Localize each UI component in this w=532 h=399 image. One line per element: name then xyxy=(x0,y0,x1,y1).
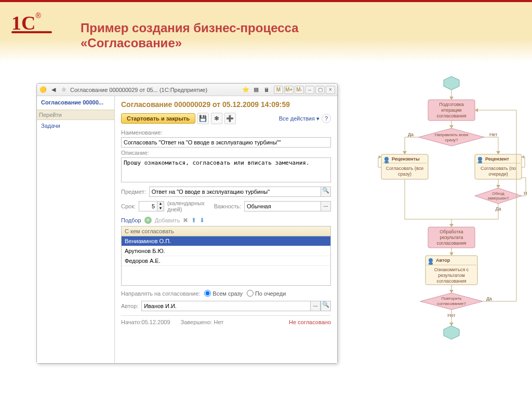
status-finished: Завершено: Нет xyxy=(181,319,224,325)
svg-text:Обработка: Обработка xyxy=(440,229,463,234)
page-title: Пример создания бизнес-процесса «Согласо… xyxy=(81,21,299,51)
close-button[interactable]: × xyxy=(326,86,335,94)
svg-text:Автор: Автор xyxy=(436,258,450,263)
svg-text:Рецензенты: Рецензенты xyxy=(392,156,420,162)
star-icon[interactable]: ☆ xyxy=(60,86,68,94)
down-icon[interactable]: ⬇ xyxy=(200,217,205,224)
subject-field[interactable] xyxy=(149,187,321,197)
svg-text:Ознакомиться с: Ознакомиться с xyxy=(434,267,469,272)
minimize-button[interactable]: – xyxy=(305,86,314,94)
svg-marker-22 xyxy=(379,155,381,158)
flow-start-icon xyxy=(444,76,459,90)
subject-lookup-icon[interactable]: 🔍 xyxy=(321,187,331,197)
priority-label: Важность: xyxy=(214,203,241,209)
delete-icon[interactable]: ✖ xyxy=(183,217,188,224)
svg-text:Согласовать (по: Согласовать (по xyxy=(481,166,516,171)
svg-text:завершен?: завершен? xyxy=(488,196,509,201)
author-label: Автор: xyxy=(121,303,138,309)
add-icon[interactable]: + xyxy=(144,217,152,224)
form-title: Согласование 000000029 от 05.12.2009 14:… xyxy=(121,100,331,109)
priority-select-icon[interactable]: ... xyxy=(321,201,331,211)
deadline-field[interactable] xyxy=(139,201,157,211)
svg-point-24 xyxy=(478,157,482,161)
svg-text:Согласовать (все: Согласовать (все xyxy=(386,166,423,171)
svg-text:согласования: согласования xyxy=(436,113,466,118)
route-queue-radio[interactable]: По очереди xyxy=(247,290,286,297)
fav-icon[interactable]: ⭐ xyxy=(242,86,250,94)
svg-marker-30 xyxy=(522,155,524,158)
table-row[interactable]: Федоров А.Е. xyxy=(122,256,330,266)
status-result: Не согласовано xyxy=(289,319,331,325)
svg-text:Повторить: Повторить xyxy=(441,296,461,301)
author-lookup-icon[interactable]: 🔍 xyxy=(321,301,331,311)
author-field[interactable] xyxy=(141,301,310,311)
back-icon[interactable]: ◀ xyxy=(49,86,58,94)
svg-text:согласования: согласования xyxy=(436,241,466,246)
svg-marker-8 xyxy=(419,128,484,146)
svg-text:Нет: Нет xyxy=(489,132,497,137)
mem-m-button[interactable]: M xyxy=(274,86,283,94)
svg-text:согласование?: согласование? xyxy=(437,301,466,306)
svg-marker-63 xyxy=(449,323,454,326)
tool-icon-1[interactable]: ❄ xyxy=(211,113,222,124)
table-row[interactable]: Вениаминов О.П. xyxy=(122,236,330,246)
grid-icon[interactable]: ▦ xyxy=(252,86,260,94)
route-label: Направлять на согласование: xyxy=(121,290,200,297)
svg-marker-32 xyxy=(496,185,500,188)
svg-text:Обход: Обход xyxy=(492,191,504,196)
deadline-label: Срок: xyxy=(121,203,136,209)
svg-text:результатом: результатом xyxy=(438,273,464,278)
spin-down-icon[interactable]: ▼ xyxy=(157,206,164,211)
nav-section: Перейти xyxy=(37,110,114,120)
svg-rect-48 xyxy=(429,262,433,265)
status-started: Начато:05.12.2009 xyxy=(121,319,170,325)
svg-text:очереди): очереди) xyxy=(488,171,508,177)
help-icon[interactable]: ? xyxy=(322,114,331,123)
priority-field[interactable] xyxy=(244,201,321,211)
logo-1c: 1C® xyxy=(11,11,52,33)
svg-text:результата: результата xyxy=(440,235,463,240)
svg-marker-61 xyxy=(475,108,478,112)
svg-text:сразу?: сразу? xyxy=(445,138,458,142)
svg-point-16 xyxy=(384,157,389,161)
svg-marker-13 xyxy=(403,151,407,154)
nav-link-tasks[interactable]: Задачи xyxy=(41,121,110,130)
form-area: Согласование 000000029 от 05.12.2009 14:… xyxy=(115,96,337,363)
svg-text:итерации: итерации xyxy=(441,108,461,113)
name-field[interactable] xyxy=(121,137,331,148)
spin-up-icon[interactable]: ▲ xyxy=(157,202,164,206)
app-icon: 🟡 xyxy=(39,86,47,94)
desc-field[interactable] xyxy=(121,157,331,182)
mem-mminus-button[interactable]: M- xyxy=(295,86,304,94)
svg-marker-45 xyxy=(449,252,454,256)
nav-title: Согласование 00000... xyxy=(41,99,110,105)
approvers-grid[interactable]: С кем согласовать Вениаминов О.П. Арутюн… xyxy=(121,226,331,286)
grid-header: С кем согласовать xyxy=(122,227,330,236)
up-icon[interactable]: ⬆ xyxy=(191,217,196,224)
tool-icon-2[interactable]: ➕ xyxy=(224,113,236,124)
flow-end-icon xyxy=(444,326,459,339)
svg-marker-7 xyxy=(449,125,454,128)
desc-label: Описание: xyxy=(121,150,331,156)
svg-text:Да: Да xyxy=(486,296,492,301)
svg-marker-55 xyxy=(449,290,454,293)
svg-text:согласования: согласования xyxy=(436,278,466,284)
svg-point-47 xyxy=(429,258,433,262)
table-row[interactable]: Арутюнов Б.Ю. xyxy=(122,246,330,256)
name-label: Наименование: xyxy=(121,129,331,136)
all-actions-link[interactable]: Все действия ▾ xyxy=(279,115,320,122)
svg-text:Нет: Нет xyxy=(524,191,527,196)
calc-icon[interactable]: 🖩 xyxy=(262,86,271,94)
add-link[interactable]: Добавить xyxy=(155,217,180,223)
save-icon[interactable]: 💾 xyxy=(197,113,209,124)
pick-link[interactable]: Подбор xyxy=(121,217,141,223)
svg-text:Подготовка: Подготовка xyxy=(439,102,463,107)
svg-marker-14 xyxy=(496,151,500,154)
start-close-button[interactable]: Стартовать и закрыть xyxy=(121,113,195,124)
svg-text:сразу): сразу) xyxy=(398,171,411,177)
author-select-icon[interactable]: ... xyxy=(310,301,321,311)
svg-marker-1 xyxy=(449,97,454,100)
mem-mplus-button[interactable]: M+ xyxy=(284,86,294,94)
maximize-button[interactable]: ▢ xyxy=(315,86,325,94)
route-all-radio[interactable]: Всем сразу xyxy=(204,290,243,297)
